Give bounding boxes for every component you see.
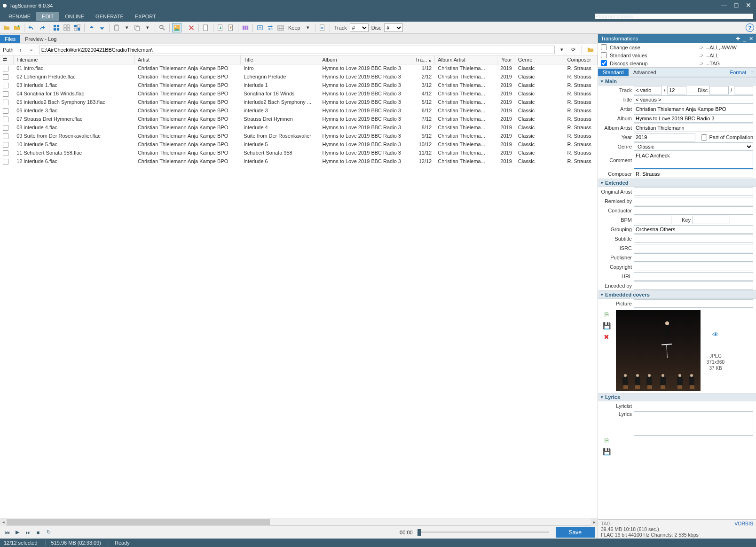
close-button[interactable]: ✕: [744, 2, 753, 9]
add-folder-icon[interactable]: [12, 23, 22, 32]
transformation-row[interactable]: Change case -> --ALL,-WWW: [598, 43, 756, 51]
table-row[interactable]: 03 interlude 1.flac Christian Thielemann…: [0, 81, 598, 89]
disc-num-select[interactable]: #: [384, 23, 403, 32]
bpm-input[interactable]: [634, 216, 671, 224]
menu-export[interactable]: EXPORT: [129, 12, 162, 21]
copy-dropdown-icon[interactable]: ▾: [143, 23, 152, 32]
swap-icon[interactable]: [266, 23, 275, 32]
table-row[interactable]: 06 interlude 3.flac Christian Thielemann…: [0, 106, 598, 115]
scripts-icon[interactable]: [241, 23, 250, 32]
copy-source-icon[interactable]: [255, 23, 265, 32]
track-total-input[interactable]: [667, 86, 686, 94]
search-icon[interactable]: [158, 23, 167, 32]
view-covers-icon[interactable]: [172, 23, 181, 32]
trans-add-icon[interactable]: ✚: [736, 36, 740, 42]
keep-dropdown-icon[interactable]: ▾: [303, 23, 313, 32]
column-genre[interactable]: Genre: [515, 55, 564, 64]
remixed-input[interactable]: [634, 197, 753, 205]
genre-select[interactable]: Classic: [634, 142, 753, 151]
trans-close-icon[interactable]: ✕: [749, 36, 753, 42]
transformation-row[interactable]: Discogs cleanup -> --TAG: [598, 59, 756, 67]
prev-track-icon[interactable]: ⏮: [3, 528, 11, 537]
table-row[interactable]: 09 Suite from Der Rosenkavalier.flac Chr…: [0, 132, 598, 140]
edit-tab-advanced[interactable]: Advanced: [629, 69, 661, 76]
subtitle-input[interactable]: [634, 234, 753, 243]
cover-preview-icon[interactable]: 👁: [712, 331, 719, 338]
menu-online[interactable]: ONLINE: [59, 12, 90, 21]
table-row[interactable]: 10 interlude 5.flac Christian Thielemann…: [0, 140, 598, 148]
lyrics-add-icon[interactable]: ⎘: [602, 436, 611, 445]
albumartist-input[interactable]: [634, 124, 753, 132]
copy-tag-icon[interactable]: [133, 23, 142, 32]
encoded-input[interactable]: [634, 281, 753, 290]
play-icon[interactable]: ▶: [13, 528, 22, 537]
url-input[interactable]: [634, 272, 753, 281]
help-icon[interactable]: ?: [746, 23, 754, 32]
table-row[interactable]: 05 interlude2 Bach Symphony 183.flac Chr…: [0, 98, 598, 106]
remove-tags-icon[interactable]: [187, 23, 196, 32]
track-value-input[interactable]: [634, 86, 662, 94]
program-options-link[interactable]: Program options: [595, 14, 753, 19]
next-track-icon[interactable]: ⏭: [24, 528, 32, 537]
title-input[interactable]: [634, 95, 753, 104]
file-table[interactable]: ⇄ Filename Artist Title Album Tra...▲ Al…: [0, 55, 598, 518]
disc-total-input[interactable]: [734, 86, 753, 94]
lyricist-input[interactable]: [634, 402, 753, 410]
export-icon[interactable]: [226, 23, 236, 32]
menu-generate[interactable]: GENERATE: [90, 12, 129, 21]
repeat-icon[interactable]: ↻: [44, 528, 53, 537]
table-row[interactable]: 11 Schubert Sonata 958.flac Christian Th…: [0, 148, 598, 157]
scroll-thumb[interactable]: [7, 519, 270, 525]
cover-image[interactable]: [616, 310, 701, 391]
select-invert-icon[interactable]: [72, 23, 82, 32]
open-folder-icon[interactable]: [2, 23, 11, 32]
composer-input[interactable]: [634, 170, 753, 178]
isrc-input[interactable]: [634, 244, 753, 252]
column-albumartist[interactable]: Album Artist: [435, 55, 497, 64]
undo-icon[interactable]: [27, 23, 36, 32]
column-artist[interactable]: Artist: [134, 55, 240, 64]
picture-input[interactable]: [634, 299, 753, 308]
year-input[interactable]: [634, 133, 695, 141]
save-button[interactable]: Save: [556, 527, 595, 538]
table-row[interactable]: 12 interlude 6.flac Christian Thielemann…: [0, 157, 598, 165]
new-track-icon[interactable]: [201, 23, 211, 32]
column-album[interactable]: Album: [319, 55, 412, 64]
table-row[interactable]: 02 Lohengrin Prelude.flac Christian Thie…: [0, 72, 598, 81]
artist-input[interactable]: [634, 105, 753, 113]
import-icon[interactable]: [216, 23, 225, 32]
section-covers[interactable]: Embedded covers: [598, 290, 756, 299]
path-input[interactable]: [39, 46, 555, 54]
scroll-right-icon[interactable]: ▸: [591, 518, 598, 526]
grouping-input[interactable]: [634, 225, 753, 234]
transformation-checkbox[interactable]: [601, 52, 607, 58]
transformation-checkbox[interactable]: [601, 44, 607, 50]
move-down-icon[interactable]: [97, 23, 107, 32]
shuffle-column-icon[interactable]: ⇄: [0, 55, 14, 64]
playlist-icon[interactable]: [318, 23, 327, 32]
path-browse-icon[interactable]: [586, 46, 595, 54]
minimize-button[interactable]: —: [719, 2, 729, 9]
lyrics-save-icon[interactable]: 💾: [602, 447, 611, 456]
table-row[interactable]: 04 Sonatina for 16 Winds.flac Christian …: [0, 89, 598, 98]
origartist-input[interactable]: [634, 188, 753, 196]
paste-tag-icon[interactable]: [112, 23, 121, 32]
track-num-select[interactable]: #: [350, 23, 369, 32]
section-lyrics[interactable]: Lyrics: [598, 393, 756, 401]
redo-icon[interactable]: [37, 23, 47, 32]
cover-add-icon[interactable]: ⎘: [602, 310, 611, 319]
lyrics-input[interactable]: [634, 411, 753, 436]
edit-tab-standard[interactable]: Standard: [598, 69, 629, 76]
scroll-left-icon[interactable]: ◂: [0, 518, 7, 526]
column-filename[interactable]: Filename: [14, 55, 135, 64]
album-input[interactable]: [634, 114, 753, 123]
disc-value-input[interactable]: [709, 86, 729, 94]
panel-collapse-icon[interactable]: □: [749, 70, 756, 75]
menu-rename[interactable]: RENAME: [3, 12, 36, 21]
column-year[interactable]: Year: [497, 55, 515, 64]
conductor-input[interactable]: [634, 206, 753, 215]
column-title[interactable]: Title: [241, 55, 319, 64]
maximize-button[interactable]: □: [732, 2, 741, 9]
format-link[interactable]: Format: [727, 70, 749, 75]
left-tab-preview-log[interactable]: Preview - Log: [20, 35, 61, 43]
